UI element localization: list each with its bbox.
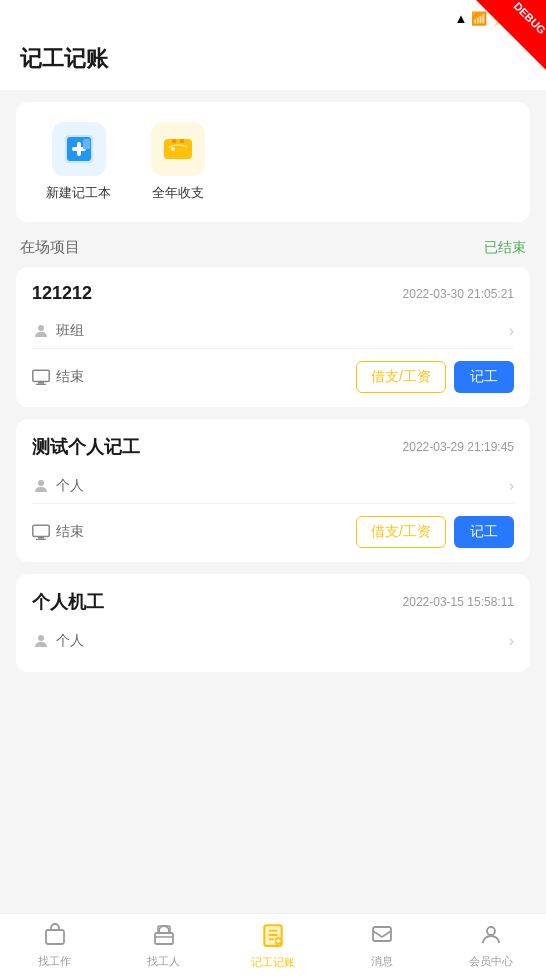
project-1-record-btn[interactable]: 记工	[454, 361, 514, 393]
svg-point-9	[38, 325, 44, 331]
project-1-status-label: 结束	[56, 368, 84, 386]
page-header: 记工记账	[0, 36, 546, 90]
project-2-record-btn[interactable]: 记工	[454, 516, 514, 548]
svg-rect-10	[33, 370, 50, 381]
project-3-team-label: 个人	[56, 632, 84, 650]
project-1-team: 班组	[32, 322, 84, 340]
member-icon	[479, 923, 503, 951]
section-title: 在场项目	[20, 238, 80, 257]
new-book-icon	[52, 122, 106, 176]
svg-rect-19	[155, 933, 173, 944]
svg-rect-4	[83, 139, 90, 149]
project-1-borrow-btn[interactable]: 借支/工资	[356, 361, 446, 393]
annual-icon	[151, 122, 205, 176]
svg-rect-7	[172, 139, 176, 143]
project-2-status: 结束	[32, 523, 84, 541]
svg-rect-12	[36, 384, 47, 385]
project-2-header: 测试个人记工 2022-03-29 21:19:45	[32, 435, 514, 459]
nav-message[interactable]: 消息	[328, 914, 437, 977]
debug-label: DEBUG	[512, 0, 546, 36]
monitor-icon-2	[32, 523, 50, 541]
svg-point-31	[487, 927, 495, 935]
project-3-date: 2022-03-15 15:58:11	[403, 595, 514, 609]
find-worker-icon	[152, 923, 176, 951]
main-content: 新建记工本 全年收支 在场项目 已结束 121212 202	[0, 90, 546, 766]
project-2-team-row[interactable]: 个人 ›	[32, 469, 514, 504]
annual-label: 全年收支	[152, 184, 204, 202]
person-icon-3	[32, 632, 50, 650]
person-icon	[32, 477, 50, 495]
svg-rect-14	[33, 525, 50, 536]
nav-record[interactable]: 记工记账	[218, 914, 327, 977]
nav-message-label: 消息	[371, 954, 393, 969]
svg-rect-16	[36, 539, 47, 540]
team-icon	[32, 322, 50, 340]
record-icon	[260, 922, 286, 952]
nav-find-worker[interactable]: 找工人	[109, 914, 218, 977]
signal-icon: 📶	[471, 11, 487, 26]
project-2-actions: 借支/工资 记工	[356, 516, 514, 548]
nav-find-work[interactable]: 找工作	[0, 914, 109, 977]
project-2-borrow-btn[interactable]: 借支/工资	[356, 516, 446, 548]
section-action[interactable]: 已结束	[484, 239, 526, 257]
page-title: 记工记账	[20, 44, 526, 74]
project-1-header: 121212 2022-03-30 21:05:21	[32, 283, 514, 304]
nav-member[interactable]: 会员中心	[437, 914, 546, 977]
annual-action[interactable]: 全年收支	[151, 122, 205, 202]
project-card-3: 个人机工 2022-03-15 15:58:11 个人 ›	[16, 574, 530, 672]
project-1-actions: 借支/工资 记工	[356, 361, 514, 393]
svg-rect-18	[46, 930, 64, 944]
project-2-date: 2022-03-29 21:19:45	[403, 440, 514, 454]
svg-rect-8	[180, 139, 184, 143]
nav-record-label: 记工记账	[251, 955, 295, 970]
svg-rect-5	[164, 139, 192, 159]
project-3-header: 个人机工 2022-03-15 15:58:11	[32, 590, 514, 614]
bottom-nav: 找工作 找工人 记工记账	[0, 913, 546, 977]
quick-actions-card: 新建记工本 全年收支	[16, 102, 530, 222]
new-book-label: 新建记工本	[46, 184, 111, 202]
project-1-team-label: 班组	[56, 322, 84, 340]
svg-rect-15	[38, 537, 44, 539]
project-2-status-label: 结束	[56, 523, 84, 541]
projects-list: 121212 2022-03-30 21:05:21 班组 ›	[16, 267, 530, 672]
project-2-name: 测试个人记工	[32, 435, 140, 459]
svg-point-6	[171, 147, 175, 151]
status-bar: ▲ 📶 ⚡ 45	[0, 0, 546, 36]
project-3-team-row[interactable]: 个人 ›	[32, 624, 514, 658]
svg-rect-30	[373, 927, 391, 941]
project-card-1: 121212 2022-03-30 21:05:21 班组 ›	[16, 267, 530, 407]
message-icon	[370, 923, 394, 951]
project-2-team: 个人	[32, 477, 84, 495]
monitor-icon	[32, 368, 50, 386]
project-2-team-label: 个人	[56, 477, 84, 495]
nav-member-label: 会员中心	[469, 954, 513, 969]
nav-find-worker-label: 找工人	[147, 954, 180, 969]
section-header: 在场项目 已结束	[16, 238, 530, 257]
project-1-team-row[interactable]: 班组 ›	[32, 314, 514, 349]
svg-point-13	[38, 480, 44, 486]
project-1-status: 结束	[32, 368, 84, 386]
wifi-icon: ▲	[454, 11, 467, 26]
project-card-2: 测试个人记工 2022-03-29 21:19:45 个人 ›	[16, 419, 530, 562]
project-3-chevron: ›	[509, 632, 514, 650]
svg-point-17	[38, 635, 44, 641]
project-1-name: 121212	[32, 283, 92, 304]
project-2-footer: 结束 借支/工资 记工	[32, 504, 514, 548]
project-3-team: 个人	[32, 632, 84, 650]
find-work-icon	[43, 923, 67, 951]
project-1-date: 2022-03-30 21:05:21	[403, 287, 514, 301]
project-1-chevron: ›	[509, 322, 514, 340]
project-2-chevron: ›	[509, 477, 514, 495]
svg-rect-11	[38, 382, 44, 384]
nav-find-work-label: 找工作	[38, 954, 71, 969]
project-1-footer: 结束 借支/工资 记工	[32, 349, 514, 393]
new-book-action[interactable]: 新建记工本	[46, 122, 111, 202]
project-3-name: 个人机工	[32, 590, 104, 614]
